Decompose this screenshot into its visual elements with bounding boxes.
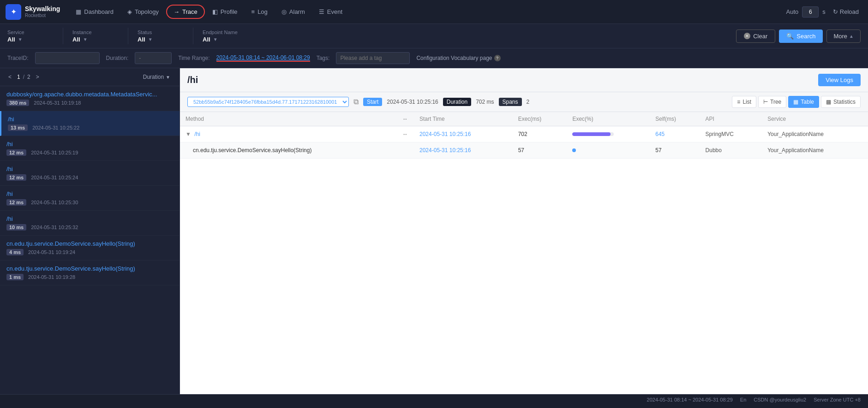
table-row[interactable]: ▼ /hi ↔ 2024-05-31 10:25:16 702 645 Spri [180,126,868,142]
view-list-button[interactable]: ≡ List [732,96,756,108]
topology-icon: ◈ [127,8,132,15]
trace-list-item[interactable]: cn.edu.tju.service.DemoService.sayHello(… [0,236,180,260]
bottom-bar: 2024-05-31 08:14 ~ 2024-05-31 08:29 En C… [0,394,868,405]
status-arrow-icon: ▼ [148,37,153,42]
trace-list-item[interactable]: cn.edu.tju.service.DemoService.sayHello(… [0,260,180,285]
prev-page-button[interactable]: < [6,73,14,81]
duration-input[interactable] [135,52,172,64]
search-label: Search [796,33,815,40]
duration-sort[interactable]: Duration ▼ [139,72,174,82]
timerange-value[interactable]: 2024-05-31 08:14 ~ 2024-06-01 08:29 [216,54,310,62]
tree-view-icon: ⊢ [763,99,768,105]
reload-icon: ↻ [833,8,838,15]
auto-interval-input[interactable] [802,6,819,18]
view-statistics-button[interactable]: ▩ Statistics [821,96,861,108]
method-name[interactable]: /hi [194,131,200,137]
nav-items: ▦ Dashboard ◈ Topology → Trace ◧ Profile… [69,5,786,19]
col-exec-pct: Exec(%) [567,112,650,126]
trace-item-meta: 1 ms 2024-05-31 10:19:28 [6,274,173,280]
tags-input[interactable] [336,52,410,64]
view-table-button[interactable]: ▦ Table [788,96,819,108]
dot-indicator [572,148,576,152]
logo[interactable]: ✦ Skywalking Rocketbot [6,4,60,20]
sort-arrow-icon: ▼ [166,75,170,80]
bottom-source: CSDN @yourdeusgliu2 [754,397,806,402]
logo-icon: ✦ [6,4,21,20]
trace-list-item[interactable]: /hi 12 ms 2024-05-31 10:25:24 [0,161,180,186]
filter-actions: ✕ Clear 🔍 Search More ▲ [736,30,861,43]
list-view-label: List [742,99,751,105]
trace-list-item[interactable]: /hi 10 ms 2024-05-31 10:25:32 [0,211,180,236]
row-self-ms-cell: 645 [650,126,700,142]
reload-button[interactable]: ↻ Reload [829,6,862,17]
row-service-cell-2: Your_ApplicationName [762,142,868,159]
view-tree-button[interactable]: ⊢ Tree [758,96,786,108]
list-view-icon: ≡ [737,99,740,105]
nav-label-topology: Topology [135,8,159,15]
method-name-2[interactable]: cn.edu.tju.service.DemoService.sayHello(… [193,147,311,154]
more-label: More [833,33,847,40]
nav-label-dashboard: Dashboard [84,8,114,15]
endpoint-value: All [203,36,210,43]
nav-item-alarm[interactable]: ◎ Alarm [275,6,311,18]
bottom-server: Server Zone UTC +8 [814,397,861,402]
filter-status[interactable]: Status All ▼ [138,30,184,43]
statistics-view-icon: ▩ [826,99,831,105]
copy-icon[interactable]: ⧉ [353,98,359,106]
duration-label: Duration: [106,55,129,61]
expand-icon[interactable]: ▼ [186,131,191,137]
clear-button[interactable]: ✕ Clear [736,30,775,43]
trace-item-duration: 4 ms [6,249,24,255]
exec-bar-container [572,132,614,136]
trace-list-item[interactable]: /hi 13 ms 2024-05-31 10:25:22 [0,111,180,136]
trace-detail-title: /hi [187,75,818,85]
filter-bar-row2: TraceID: Duration: Time Range: 2024-05-3… [0,48,868,68]
trace-item-time: 2024-05-31 10:25:30 [31,200,78,205]
traceid-input[interactable] [35,52,100,64]
table-row[interactable]: cn.edu.tju.service.DemoService.sayHello(… [180,142,868,159]
dashboard-icon: ▦ [76,8,81,15]
filter-instance[interactable]: Instance All ▼ [72,30,119,43]
nav-item-dashboard[interactable]: ▦ Dashboard [69,6,120,18]
trace-item-name: cn.edu.tju.service.DemoService.sayHello(… [6,265,173,272]
help-icon: ? [494,55,501,61]
row-method-cell: ▼ /hi [180,126,396,142]
auto-label: Auto [786,8,799,15]
nav-item-event[interactable]: ☰ Event [312,6,349,18]
more-button[interactable]: More ▲ [826,30,861,43]
nav-item-topology[interactable]: ◈ Topology [121,6,165,18]
trace-item-name: /hi [6,141,173,148]
nav-item-log[interactable]: ≡ Log [245,6,274,18]
trace-list-item[interactable]: dubbosky/org.apache.dubbo.metadata.Metad… [0,86,180,111]
nav-item-trace[interactable]: → Trace [166,5,205,19]
trace-item-time: 2024-05-31 10:19:28 [28,274,75,280]
filter-endpoint[interactable]: Endpoint Name All ▼ [203,30,258,43]
row-start-time-cell-2: 2024-05-31 10:25:16 [414,142,513,159]
nav-label-event: Event [327,8,342,15]
row-exec-pct-cell-2 [567,142,650,159]
view-logs-button[interactable]: View Logs [818,74,861,86]
duration-value: 702 ms [476,99,494,105]
trace-detail-bar: 52bb55b9a5c74f128405e76fbba15d4d.77.1717… [180,92,868,112]
col-start-time: Start Time [414,112,513,126]
config-link[interactable]: Configuration Vocabulary page ? [416,55,500,61]
filter-service[interactable]: Service All ▼ [7,30,54,43]
clear-label: Clear [753,33,767,40]
search-button[interactable]: 🔍 Search [779,30,823,43]
trace-item-duration: 12 ms [6,174,26,181]
trace-table-container: Method ↔ Start Time Exec(ms) Exec(%) Sel… [180,112,868,394]
instance-arrow-icon: ▼ [83,37,88,42]
nav-right: Auto s ↻ Reload [786,6,862,18]
nav-item-profile[interactable]: ◧ Profile [206,6,244,18]
service-value: All [7,36,15,43]
col-arrows: ↔ [396,112,414,126]
next-page-button[interactable]: > [33,73,42,81]
trace-list-item[interactable]: /hi 12 ms 2024-05-31 10:25:30 [0,186,180,211]
config-link-text: Configuration Vocabulary page [416,55,492,61]
profile-icon: ◧ [212,8,218,15]
list-header: < 1 / 2 > Duration ▼ [0,68,180,86]
trace-list-item[interactable]: /hi 12 ms 2024-05-31 10:25:19 [0,136,180,161]
nav-label-profile: Profile [221,8,238,15]
trace-id-selector[interactable]: 52bb55b9a5c74f128405e76fbba15d4d.77.1717… [187,97,349,107]
status-value: All [138,36,145,43]
